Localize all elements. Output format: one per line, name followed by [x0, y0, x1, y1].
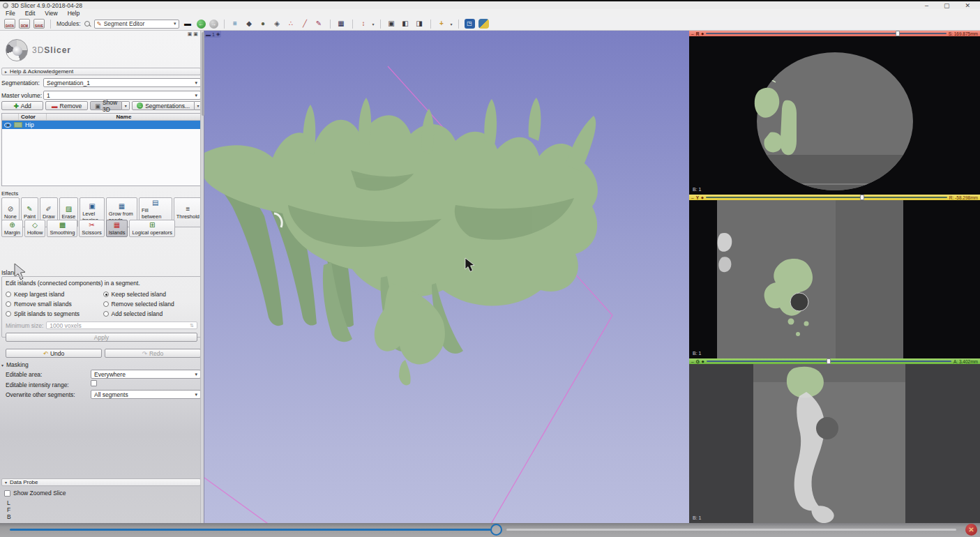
green-slice-view[interactable]: – G ◆ A: 3.402mm B: 1	[689, 358, 980, 523]
editable-intensity-range-checkbox[interactable]	[91, 380, 97, 386]
segment-visibility-icon[interactable]	[4, 123, 11, 128]
menu-help[interactable]: Help	[68, 10, 80, 17]
redo-button[interactable]: ↷Redo	[105, 349, 201, 358]
marker-icon[interactable]: ↕	[359, 19, 369, 29]
ruler-icon[interactable]: ╱	[300, 19, 310, 29]
module-history-icon[interactable]: ▬	[183, 19, 193, 29]
close-overlay-button[interactable]: ✕	[965, 524, 977, 536]
green-slice-controller[interactable]: – G ◆ A: 3.402mm	[689, 358, 980, 364]
red-minimize-icon[interactable]: –	[691, 31, 694, 36]
menu-view[interactable]: View	[45, 10, 57, 17]
python-console-icon[interactable]	[478, 19, 489, 29]
visibility-column-header[interactable]	[2, 114, 19, 120]
threed-view-index: 1	[212, 32, 215, 37]
segmentations-button[interactable]: →Segmentations...	[132, 101, 195, 110]
crosshair-dropdown-icon[interactable]: ▾	[451, 22, 453, 27]
effect-threshold-button[interactable]: ≡Threshold	[174, 197, 202, 227]
module-panel-icon[interactable]: ≡	[230, 19, 241, 29]
seek-handle[interactable]	[490, 524, 502, 536]
red-slice-controller[interactable]: – R ◆ S: 169.875mm	[689, 31, 980, 36]
threed-view-controller[interactable]: ▬ 1 ◈	[204, 31, 221, 38]
markups-icon[interactable]: ∴	[286, 19, 296, 29]
module-search-icon[interactable]	[84, 21, 91, 27]
threed-minimize-icon[interactable]: ▬	[206, 32, 211, 37]
effect-logical-operators-button[interactable]: ⊞Logical operators	[129, 220, 175, 237]
volumes-module-icon[interactable]: ●	[258, 19, 269, 29]
module-selector[interactable]: ✎ Segment Editor ▾	[94, 20, 179, 29]
load-data-icon[interactable]: DATA	[4, 19, 15, 29]
close-window-button[interactable]: ✕	[965, 2, 970, 9]
radio-keep-largest-island[interactable]: Keep largest island	[6, 291, 100, 298]
marker-dropdown-icon[interactable]: ▾	[372, 22, 375, 27]
radio-split-islands-to-segments[interactable]: Split islands to segments	[6, 310, 100, 317]
green-slice-slider[interactable]	[707, 361, 951, 363]
apply-button[interactable]: Apply	[6, 333, 197, 342]
green-minimize-icon[interactable]: –	[691, 359, 694, 364]
transforms-icon[interactable]: ◈	[272, 19, 282, 29]
red-slice-view[interactable]: – R ◆ S: 169.875mm B: 1	[689, 31, 980, 195]
data-module-icon[interactable]: ◆	[244, 19, 255, 29]
green-slice-image[interactable]: B: 1	[689, 364, 980, 523]
menu-file[interactable]: File	[6, 10, 15, 17]
crosshair-icon[interactable]: +	[437, 19, 447, 29]
threed-view[interactable]: ▬ 1 ◈	[204, 31, 689, 523]
yellow-minimize-icon[interactable]: –	[691, 195, 694, 200]
segmentation-selector[interactable]: Segmentation_1▾	[43, 78, 201, 87]
back-icon[interactable]: ←	[197, 20, 206, 29]
segment-color-swatch[interactable]	[14, 122, 22, 128]
show-3d-button[interactable]: ▣Show 3D	[90, 101, 122, 110]
show-zoomed-slice-checkbox[interactable]	[4, 490, 10, 497]
save-scene-icon[interactable]: ▣	[386, 19, 397, 29]
undo-button[interactable]: ↶Undo	[6, 349, 102, 358]
add-segment-button[interactable]: ✚Add	[1, 101, 43, 110]
extensions-manager-icon[interactable]: ◳	[465, 19, 475, 29]
radio-remove-small-islands[interactable]: Remove small islands	[6, 301, 100, 308]
effect-scissors-button[interactable]: ✂Scissors	[79, 220, 104, 237]
red-slice-slider[interactable]	[706, 33, 947, 35]
show-3d-dropdown-icon[interactable]: ▾	[122, 101, 130, 110]
minimize-button[interactable]: –	[925, 2, 928, 9]
radio-keep-selected-island[interactable]: Keep selected island	[103, 291, 198, 298]
green-pin-icon[interactable]: ◆	[702, 359, 704, 363]
title-bar: 3D Slicer 4.9.0-2018-04-28 – ▢ ✕	[0, 0, 980, 9]
vertebrae-model	[204, 31, 689, 523]
red-slice-image[interactable]: B: 1	[689, 36, 980, 195]
editable-area-selector[interactable]: Everywhere▾	[91, 370, 201, 379]
threed-pin-icon[interactable]: ◈	[216, 31, 220, 37]
panel-collapse-icons[interactable]: ▣ ▣	[188, 31, 198, 37]
yellow-slice-slider[interactable]	[706, 197, 947, 199]
effect-islands-button[interactable]: ▦Islands	[106, 220, 128, 237]
remove-segment-button[interactable]: ▬Remove	[45, 101, 87, 110]
panel-scrollbar[interactable]	[200, 31, 204, 523]
radio-remove-selected-island[interactable]: Remove selected island	[103, 301, 198, 308]
minimum-size-spinbox[interactable]: 1000 voxels⇅	[46, 322, 197, 329]
yellow-slice-controller[interactable]: – Y ◆ R: -58.298mm	[689, 195, 980, 200]
help-acknowledgement-section[interactable]: ▸Help & Acknowledgement	[1, 68, 201, 75]
red-pin-icon[interactable]: ◆	[701, 31, 704, 36]
dicom-icon[interactable]: DCM	[19, 19, 30, 29]
effect-hollow-button[interactable]: ◇Hollow	[24, 220, 46, 237]
masking-section-header[interactable]: ▾Masking	[1, 361, 29, 368]
yellow-slice-image[interactable]: B: 1	[689, 200, 980, 358]
color-column-header[interactable]: Color	[19, 114, 47, 120]
overwrite-other-segments-selector[interactable]: All segments▾	[91, 390, 201, 399]
forward-icon[interactable]: →	[209, 20, 218, 29]
save-icon[interactable]: SAVE	[33, 19, 45, 29]
maximize-button[interactable]: ▢	[944, 2, 950, 9]
segment-row-hip[interactable]: Hip	[2, 121, 201, 129]
effect-margin-button[interactable]: ⊕Margin	[1, 220, 23, 237]
master-volume-selector[interactable]: 1▾	[43, 91, 201, 100]
name-column-header[interactable]: Name	[47, 114, 201, 120]
video-seek-bar[interactable]	[0, 523, 980, 537]
yellow-slice-view[interactable]: – Y ◆ R: -58.298mm B: 1	[689, 195, 980, 358]
screenshot-icon[interactable]: ◧	[400, 19, 411, 29]
data-probe-section-header[interactable]: ▾Data Probe	[1, 478, 201, 486]
tables-icon[interactable]: ▦	[336, 19, 347, 29]
effect-smoothing-button[interactable]: ▩Smoothing	[47, 220, 77, 237]
annotation-icon[interactable]: ✎	[314, 19, 324, 29]
radio-add-selected-island[interactable]: Add selected island	[103, 310, 198, 317]
scene-views-icon[interactable]: ◨	[414, 19, 425, 29]
menu-edit[interactable]: Edit	[25, 10, 36, 17]
seek-remaining	[506, 529, 956, 531]
yellow-pin-icon[interactable]: ◆	[701, 195, 704, 199]
